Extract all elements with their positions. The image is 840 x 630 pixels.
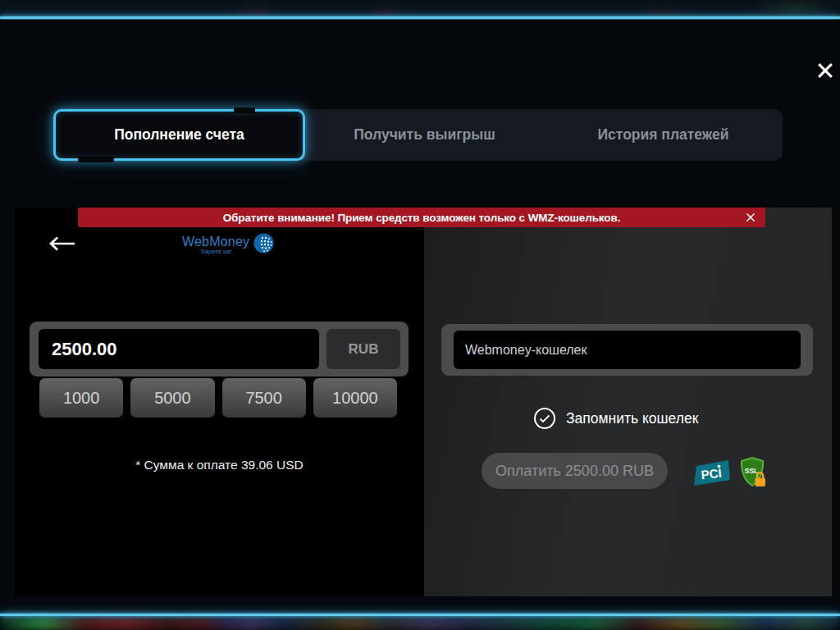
neon-border-notch [234,107,255,113]
check-circle-icon [534,408,555,429]
deposit-content: WebMoney Sapienti sat [15,208,832,596]
amount-input[interactable] [39,329,319,369]
back-button[interactable] [48,235,77,256]
remember-wallet-label: Запомнить кошелек [566,410,698,427]
amount-field-group: RUB [30,322,409,377]
webmoney-tagline: Sapienti sat [182,249,249,255]
tab-withdraw[interactable]: Получить выигрыш [305,109,544,161]
webmoney-name: WebMoney [182,235,249,249]
tab-withdraw-label: Получить выигрыш [354,126,495,144]
tab-deposit-label: Пополнение счета [114,126,244,144]
bottom-blurred-background [0,616,840,630]
currency-label: RUB [326,329,400,369]
wallet-field-group [441,324,813,376]
payable-amount-note: * Сумма к оплате 39.06 USD [15,458,424,472]
remember-wallet-checkbox[interactable]: Запомнить кошелек [534,407,698,430]
webmoney-logo-text: WebMoney Sapienti sat [182,235,249,255]
wallet-panel [424,208,832,596]
neon-border-notch [78,157,114,162]
alert-text: Обратите внимание! Прием средств возможе… [223,212,621,224]
webmoney-logo: WebMoney Sapienti sat [182,232,275,258]
tab-history[interactable]: История платежей [544,109,783,161]
webmoney-globe-icon [253,232,275,258]
amount-panel: WebMoney Sapienti sat [15,208,424,596]
alert-close-button[interactable] [744,211,757,224]
wallet-input[interactable] [454,331,801,369]
currency-code: RUB [349,341,379,358]
bottom-neon-divider [0,614,840,616]
payment-modal: Пополнение счета Получить выигрыш Истори… [0,20,840,614]
payment-tabs: Пополнение счета Получить выигрыш Истори… [53,109,783,161]
quick-amount-10000[interactable]: 10000 [313,378,397,418]
quick-amounts: 1000 5000 7500 10000 [39,378,397,418]
tab-deposit[interactable]: Пополнение счета [53,109,305,161]
close-icon [816,62,834,83]
tab-history-label: История платежей [597,126,728,144]
quick-amount-5000[interactable]: 5000 [130,378,214,418]
payment-modal-page: Пополнение счета Получить выигрыш Истори… [0,0,840,630]
back-arrow-icon [48,235,75,255]
alert-banner: Обратите внимание! Прием средств возможе… [78,208,765,227]
pay-button[interactable]: Оплатить 2500.00 RUB [482,453,668,489]
quick-amount-1000[interactable]: 1000 [39,378,123,418]
modal-close-button[interactable] [813,60,838,84]
top-neon-divider [0,16,840,19]
quick-amount-7500[interactable]: 7500 [222,378,306,418]
